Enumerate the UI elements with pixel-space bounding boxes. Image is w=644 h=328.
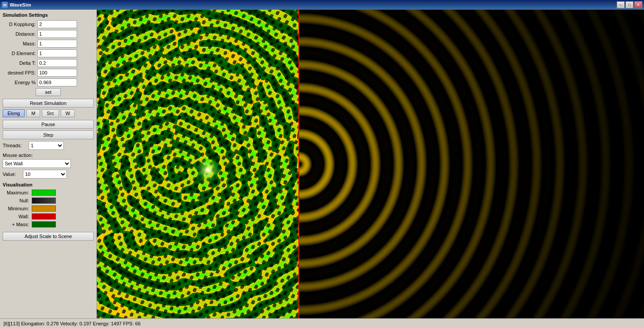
adjust-scale-button[interactable]: Adjust Scale to Scene bbox=[3, 232, 94, 241]
value-select[interactable]: 10 5 20 50 bbox=[23, 170, 67, 179]
restore-button[interactable]: □ bbox=[626, 1, 633, 8]
threads-label: Threads: bbox=[3, 143, 27, 148]
left-panel: Simulation Settings D Kopplung: Distance… bbox=[0, 10, 97, 318]
energy-input[interactable] bbox=[37, 78, 77, 86]
m-button[interactable]: M bbox=[26, 109, 40, 117]
desired-fps-row: desired FPS: bbox=[3, 69, 94, 77]
window-title: WaveSim bbox=[10, 2, 31, 7]
elong-button[interactable]: Elong bbox=[3, 109, 25, 117]
src-button[interactable]: Src bbox=[42, 109, 59, 117]
threads-select[interactable]: 1 2 4 8 bbox=[29, 141, 64, 150]
mouse-action-select[interactable]: Set Wall Set Source Set Mass Erase bbox=[3, 159, 71, 168]
plus-mass-row: + Mass: bbox=[3, 221, 94, 227]
status-bar: [6][113] Elongation: 0.278 Velocity: 0.1… bbox=[0, 318, 644, 328]
delta-t-input[interactable] bbox=[37, 59, 77, 67]
d-element-input[interactable] bbox=[37, 49, 77, 57]
simulation-canvas[interactable] bbox=[97, 10, 644, 318]
w-button[interactable]: W bbox=[61, 109, 75, 117]
wall-row: Wall: bbox=[3, 213, 94, 220]
d-kopplung-label: D Kopplung: bbox=[3, 22, 36, 27]
null-label: Null: bbox=[3, 198, 29, 203]
threads-row: Threads: 1 2 4 8 bbox=[3, 141, 94, 150]
delta-t-row: Delta T: bbox=[3, 59, 94, 67]
null-color-swatch[interactable] bbox=[32, 198, 56, 204]
step-button[interactable]: Step bbox=[3, 130, 94, 139]
distance-row: Distance: bbox=[3, 30, 94, 38]
value-label: Value: bbox=[3, 171, 20, 177]
d-kopplung-input[interactable] bbox=[37, 20, 77, 28]
null-row: Null: bbox=[3, 198, 94, 204]
maximum-row: Maximum: bbox=[3, 190, 94, 196]
mass-row: Mass: bbox=[3, 40, 94, 48]
visualisation-title: Visualisation bbox=[3, 182, 94, 187]
settings-section-title: Simulation Settings bbox=[3, 12, 94, 18]
app-icon: W bbox=[2, 2, 8, 8]
minimum-label: Minimum: bbox=[3, 206, 29, 211]
wall-label: Wall: bbox=[3, 214, 29, 219]
d-kopplung-row: D Kopplung: bbox=[3, 20, 94, 28]
title-bar-left: W WaveSim bbox=[2, 2, 31, 8]
status-text: [6][113] Elongation: 0.278 Velocity: 0.1… bbox=[4, 321, 140, 326]
minimize-button[interactable]: – bbox=[617, 1, 625, 8]
plus-mass-label: + Mass: bbox=[3, 222, 29, 227]
mouse-action-label: Mouse action: bbox=[3, 153, 94, 158]
desired-fps-label: desired FPS: bbox=[3, 70, 36, 75]
reset-simulation-button[interactable]: Reset Simulation bbox=[3, 99, 94, 108]
pause-button[interactable]: Pause bbox=[3, 120, 94, 129]
simulation-canvas-area[interactable] bbox=[97, 10, 644, 318]
maximum-color-swatch[interactable] bbox=[32, 190, 56, 196]
d-element-label: D Element: bbox=[3, 51, 36, 56]
set-button[interactable]: set bbox=[36, 88, 61, 96]
energy-row: Energy % bbox=[3, 78, 94, 86]
title-bar: W WaveSim – □ ✕ bbox=[0, 0, 644, 10]
mode-buttons: Elong M Src W bbox=[3, 109, 94, 117]
maximum-label: Maximum: bbox=[3, 190, 29, 195]
minimum-row: Minimum: bbox=[3, 205, 94, 212]
main-container: Simulation Settings D Kopplung: Distance… bbox=[0, 10, 644, 318]
mass-input[interactable] bbox=[37, 40, 77, 48]
desired-fps-input[interactable] bbox=[37, 69, 77, 77]
close-button[interactable]: ✕ bbox=[634, 1, 642, 8]
d-element-row: D Element: bbox=[3, 49, 94, 57]
delta-t-label: Delta T: bbox=[3, 60, 36, 66]
title-bar-controls: – □ ✕ bbox=[617, 1, 642, 8]
minimum-color-swatch[interactable] bbox=[32, 205, 56, 212]
distance-label: Distance: bbox=[3, 31, 36, 37]
plus-mass-color-swatch[interactable] bbox=[32, 221, 56, 227]
wall-color-swatch[interactable] bbox=[32, 213, 56, 220]
mass-label: Mass: bbox=[3, 41, 36, 46]
distance-input[interactable] bbox=[37, 30, 77, 38]
energy-label: Energy % bbox=[3, 80, 36, 85]
value-row: Value: 10 5 20 50 bbox=[3, 170, 94, 179]
